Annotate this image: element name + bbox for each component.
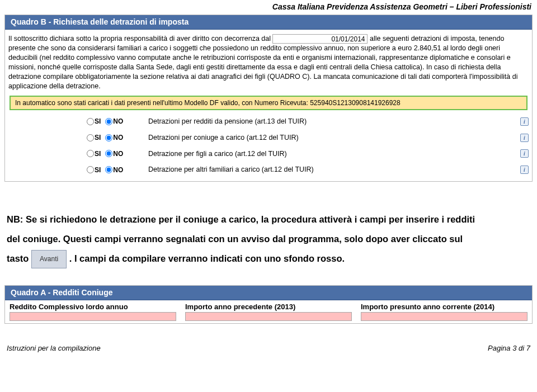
info-icon[interactable]: i	[520, 117, 529, 126]
row-pensione: SI NO Detrazioni per redditi da pensione…	[8, 114, 529, 130]
figli-si-radio[interactable]	[87, 150, 94, 157]
decl-post: alle seguenti detrazioni di imposta, ten…	[8, 35, 517, 90]
quadro-b-panel: Quadro B - Richiesta delle detrazioni di…	[4, 15, 533, 182]
coniuge-label: Detrazioni per coniuge a carico (art.12 …	[148, 133, 515, 143]
col3-label: Importo presunto anno corrente (2014)	[361, 303, 527, 312]
detrazioni-options: SI NO Detrazioni per redditi da pensione…	[8, 114, 529, 178]
figli-no-radio[interactable]	[105, 150, 112, 157]
col1-label: Reddito Complessivo lordo annuo	[10, 303, 176, 312]
coniuge-no-radio[interactable]	[105, 134, 112, 141]
quadro-a-panel: Quadro A - Redditi Coniuge Reddito Compl…	[4, 285, 533, 324]
si-label: SI	[95, 166, 101, 174]
pensione-label: Detrazioni per redditi da pensione (art.…	[148, 117, 515, 126]
decorrenza-date-field[interactable]: 01/01/2014	[272, 34, 368, 44]
importo-precedente-field[interactable]	[185, 312, 352, 321]
no-label: NO	[113, 133, 123, 142]
nb-line3-post: . I campi da compilare verranno indicati…	[69, 253, 345, 263]
pensione-no-radio[interactable]	[105, 118, 112, 125]
quadro-b-title: Quadro B - Richiesta delle detrazioni di…	[5, 15, 532, 30]
no-label: NO	[113, 117, 123, 126]
si-label: SI	[95, 149, 101, 158]
importo-corrente-field[interactable]	[361, 312, 527, 321]
si-label: SI	[95, 117, 101, 126]
info-icon[interactable]: i	[520, 134, 529, 142]
row-figli: SI NO Detrazione per figli a carico (art…	[8, 146, 529, 162]
col2-label: Importo anno precedente (2013)	[185, 303, 352, 312]
no-label: NO	[113, 149, 123, 158]
nb-line1: NB: Se si richiedono le detrazione per i…	[7, 210, 526, 229]
footer-right: Pagina 3 di 7	[488, 344, 530, 352]
info-icon[interactable]: i	[520, 166, 529, 174]
nb-note: NB: Se si richiedono le detrazione per i…	[0, 182, 537, 274]
no-label: NO	[113, 166, 123, 174]
nb-line3-pre: tasto	[7, 253, 31, 263]
altri-label: Detrazione per altri familiari a carico …	[148, 165, 515, 174]
auto-load-notice: In automatico sono stati caricati i dati…	[10, 96, 527, 110]
decl-pre: Il sottoscritto dichiara sotto la propri…	[8, 35, 271, 42]
altri-si-radio[interactable]	[87, 166, 94, 173]
info-icon[interactable]: i	[520, 149, 529, 158]
footer-left: Istruzioni per la compilazione	[7, 344, 101, 352]
quadro-a-title: Quadro A - Redditi Coniuge	[5, 286, 532, 300]
si-label: SI	[95, 133, 101, 142]
declaration-text: Il sottoscritto dichiara sotto la propri…	[8, 34, 529, 91]
reddito-lordo-field[interactable]	[10, 312, 176, 321]
row-coniuge: SI NO Detrazioni per coniuge a carico (a…	[8, 130, 529, 146]
row-altri: SI NO Detrazione per altri familiari a c…	[8, 162, 529, 178]
page-footer: Istruzioni per la compilazione Pagina 3 …	[0, 324, 537, 357]
avanti-button[interactable]: Avanti	[31, 250, 67, 268]
coniuge-si-radio[interactable]	[87, 134, 94, 141]
pensione-si-radio[interactable]	[87, 118, 94, 125]
figli-label: Detrazione per figli a carico (art.12 de…	[148, 149, 515, 159]
doc-header-org: Cassa Italiana Previdenza Assistenza Geo…	[0, 2, 537, 15]
nb-line2: del coniuge. Questi campi verranno segna…	[7, 229, 526, 249]
altri-no-radio[interactable]	[105, 166, 112, 173]
